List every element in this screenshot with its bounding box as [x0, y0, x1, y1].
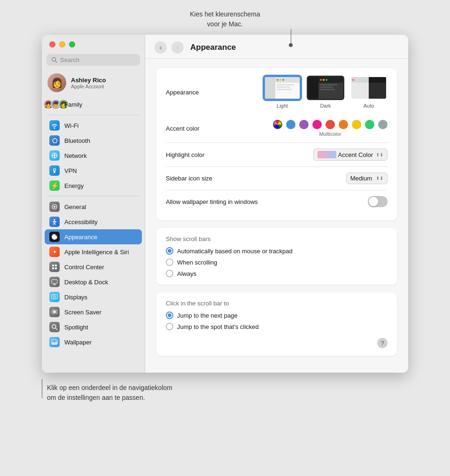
callout-line-top	[291, 29, 291, 43]
svg-line-1	[55, 61, 57, 63]
sidebar-item-desktop[interactable]: Desktop & Dock	[45, 274, 142, 289]
sidebar-item-general[interactable]: General	[45, 199, 142, 214]
click-radio-group: Jump to the next page Jump to the spot t…	[166, 312, 388, 330]
scroll-option-scrolling[interactable]: When scrolling	[166, 258, 388, 266]
appearance-thumb-dark	[307, 76, 344, 100]
scroll-option-auto-label: Automatically based on mouse or trackpad	[177, 248, 293, 255]
close-button[interactable]	[49, 41, 55, 47]
sidebar-divider-1	[47, 115, 139, 115]
wallpaper-tinting-label: Allow wallpaper tinting in windows	[166, 198, 258, 205]
user-info: Ashley Rico Apple Account	[71, 77, 106, 89]
minimize-button[interactable]	[59, 41, 65, 47]
highlight-swatch	[318, 151, 336, 158]
svg-rect-18	[52, 295, 57, 299]
accent-dot-orange[interactable]	[339, 120, 348, 129]
titlebar: ‹ › Appearance	[145, 35, 408, 59]
scroll-option-auto[interactable]: Automatically based on mouse or trackpad	[166, 247, 388, 255]
scroll-option-always[interactable]: Always	[166, 270, 388, 277]
displays-icon	[49, 292, 60, 302]
sidebar-item-spotlight[interactable]: Spotlight	[45, 320, 142, 335]
sidebar-item-label-desktop: Desktop & Dock	[64, 279, 108, 286]
avatar: 👩	[47, 73, 66, 92]
forward-button[interactable]: ›	[171, 41, 184, 54]
sidebar-item-intelligence[interactable]: ✦ Apple Intelligence & Siri	[45, 244, 142, 259]
appearance-option-auto[interactable]: Auto	[350, 76, 388, 109]
accent-dot-green[interactable]	[365, 120, 374, 129]
maximize-button[interactable]	[69, 41, 75, 47]
main-content: ‹ › Appearance Appearance	[145, 35, 408, 373]
scroll-radio-scrolling	[166, 258, 173, 266]
sidebar-item-label-displays: Displays	[64, 294, 87, 301]
svg-point-4	[54, 169, 56, 171]
sidebar-item-energy[interactable]: ⚡ Energy	[45, 178, 142, 193]
search-input[interactable]: Search	[60, 56, 135, 63]
sidebar-item-screensaver[interactable]: Screen Saver	[45, 304, 142, 320]
click-option-clickspot-label: Jump to the spot that's clicked	[177, 323, 259, 330]
vpn-icon	[49, 165, 60, 176]
accent-color-label: Accent color	[166, 125, 200, 132]
click-option-nextpage[interactable]: Jump to the next page	[166, 312, 388, 319]
svg-rect-11	[52, 265, 54, 266]
sidebar-item-accessibility[interactable]: Accessibility	[45, 214, 142, 229]
sidebar: Search 👩 Ashley Rico Apple Account 👧 👦	[42, 35, 145, 373]
help-button[interactable]: ?	[377, 338, 388, 348]
accent-dot-multicolor[interactable]	[273, 120, 282, 129]
sidebar-item-label-wallpaper: Wallpaper	[64, 339, 92, 346]
appearance-option-dark[interactable]: Dark	[307, 76, 344, 109]
general-icon	[49, 202, 60, 212]
show-scroll-bars-section: Show scroll bars Automatically based on …	[156, 228, 397, 285]
desktop-icon	[49, 277, 60, 287]
toggle-knob	[369, 197, 378, 206]
scroll-option-always-label: Always	[177, 270, 196, 277]
appearance-option-label-dark: Dark	[320, 103, 331, 109]
appearance-icon	[49, 232, 60, 242]
sidebar-size-stepper-icon: ⬆⬇	[376, 176, 383, 181]
click-option-clickspot[interactable]: Jump to the spot that's clicked	[166, 323, 388, 330]
appearance-thumb-auto	[350, 76, 388, 100]
appearance-thumb-light	[264, 76, 301, 100]
click-option-nextpage-label: Jump to the next page	[177, 312, 238, 319]
appearance-option-label-auto: Auto	[364, 103, 374, 109]
search-box[interactable]: Search	[47, 54, 140, 66]
sidebar-item-label-wifi: Wi-Fi	[64, 122, 78, 129]
accent-dot-yellow[interactable]	[352, 120, 361, 129]
wallpaper-tinting-toggle[interactable]	[368, 196, 388, 207]
search-icon	[51, 57, 57, 63]
sidebar-item-network[interactable]: Network	[45, 148, 142, 163]
sidebar-item-label-family: Family	[64, 101, 82, 108]
accent-dot-pink[interactable]	[312, 120, 322, 129]
accent-dot-red[interactable]	[326, 120, 335, 129]
appearance-option-light[interactable]: Light	[264, 76, 301, 109]
sidebar-item-bluetooth[interactable]: ⬠ Bluetooth	[45, 133, 142, 148]
sidebar-item-appearance[interactable]: Appearance	[45, 229, 142, 244]
accent-dot-graphite[interactable]	[378, 120, 388, 129]
scroll-radio-group: Automatically based on mouse or trackpad…	[166, 247, 388, 277]
svg-rect-14	[55, 267, 57, 269]
sidebar-item-wallpaper[interactable]: Wallpaper	[45, 335, 142, 350]
appearance-row: Appearance	[166, 76, 388, 109]
scroll-option-scrolling-label: When scrolling	[177, 259, 217, 266]
svg-rect-12	[55, 265, 57, 266]
sidebar-item-family[interactable]: 👧 👦 👩 Family	[45, 97, 142, 112]
appearance-section: Appearance	[156, 68, 397, 220]
highlight-color-value: Accent Color	[338, 151, 373, 158]
sidebar-item-wifi[interactable]: Wi-Fi	[45, 118, 142, 133]
svg-line-23	[55, 328, 57, 330]
click-radio-clickspot	[166, 323, 173, 330]
callout-dot	[289, 43, 293, 47]
sidebar-icon-size-label: Sidebar icon size	[166, 175, 212, 182]
click-scroll-label: Click in the scroll bar to	[166, 300, 388, 307]
accent-dot-blue[interactable]	[286, 120, 295, 129]
screensaver-icon	[49, 307, 60, 317]
sidebar-item-controlcenter[interactable]: Control Center	[45, 259, 142, 274]
sidebar-item-displays[interactable]: Displays	[45, 289, 142, 304]
highlight-color-picker[interactable]: Accent Color ⬆⬇	[313, 148, 388, 161]
back-button[interactable]: ‹	[155, 41, 167, 54]
sidebar-item-vpn[interactable]: VPN	[45, 163, 142, 178]
user-profile[interactable]: 👩 Ashley Rico Apple Account	[42, 70, 145, 97]
wallpaper-tinting-row: Allow wallpaper tinting in windows	[166, 190, 388, 213]
sidebar-icon-size-picker[interactable]: Medium ⬆⬇	[346, 172, 388, 184]
sidebar-item-label-screensaver: Screen Saver	[64, 309, 101, 316]
accent-colors-container: Multicolor	[273, 120, 388, 137]
accent-dot-purple[interactable]	[299, 120, 309, 129]
